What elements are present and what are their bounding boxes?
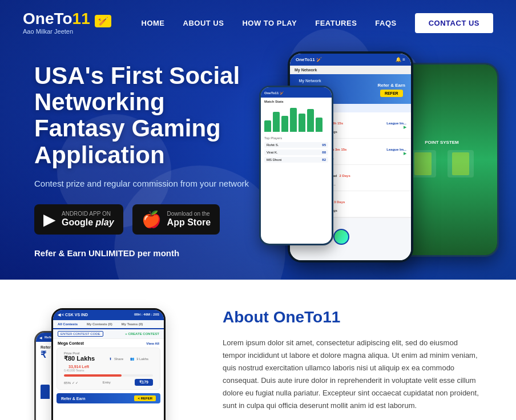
google-play-icon: ▶ — [43, 210, 56, 229]
ap-entry-row: 65% ✓ ✓ Entry ₹179 — [59, 378, 158, 387]
hero-refer-text: Refer & Earn UNLIMITED per month — [34, 248, 251, 258]
phones-area: POINT SYSTEM — [259, 51, 499, 268]
nav-item-contact[interactable]: CONTACT US — [415, 18, 493, 28]
phone-third: OneTo11 🏏 Match Stats Top Players Rohit … — [259, 86, 333, 245]
appstore-top: Download on the — [167, 211, 211, 217]
ap-tab-my[interactable]: My Contests (0) — [82, 320, 117, 328]
nav-links: HOME ABOUT US HOW TO PLAY FEATURES FAQS … — [142, 18, 493, 28]
ap-mega-contest: Mega Contest View All — [53, 339, 164, 348]
logo-text: OneTo11 🏏 Aao Milkar Jeeten — [23, 11, 111, 35]
ap-refer-banner: Refer & Earn < REFER — [57, 393, 160, 403]
bar-chart — [264, 106, 328, 134]
navbar: OneTo11 🏏 Aao Milkar Jeeten HOME ABOUT U… — [0, 0, 516, 46]
apple-icon: 🍎 — [142, 210, 162, 229]
hero-subtitle: Contest prize and regular commission fro… — [34, 179, 251, 188]
appstore-main: App Store — [167, 217, 211, 228]
about-para-1: Lorem ipsum dolor sit amet, consectetur … — [223, 337, 482, 413]
nav-item-how[interactable]: HOW TO PLAY — [242, 18, 297, 28]
my-network-label: My Network — [290, 66, 411, 74]
nav-item-home[interactable]: HOME — [142, 18, 165, 28]
nav-item-faqs[interactable]: FAQS — [375, 18, 396, 28]
google-play-main: Google play — [62, 217, 114, 228]
about-title: About OneTo11 — [223, 308, 482, 326]
about-phone-area: ◀ Refer & Earn Refer & Earn ₹ REFER — [34, 308, 194, 420]
ap-tab-all[interactable]: All Contests — [53, 320, 82, 329]
hero-title: USA's First Social Networking Fantasy Ga… — [34, 63, 251, 168]
ap-tabs: All Contests My Contests (0) My Teams (0… — [53, 320, 164, 329]
logo-icon: 🏏 — [95, 15, 111, 27]
about-section: ◀ Refer & Earn Refer & Earn ₹ REFER — [0, 280, 516, 420]
google-play-button[interactable]: ▶ ANDROID APP ON Google play — [34, 204, 123, 235]
app-store-button[interactable]: 🍎 Download on the App Store — [132, 204, 220, 235]
ap-tab-teams[interactable]: My Teams (0) — [117, 320, 148, 328]
google-play-top: ANDROID APP ON — [62, 211, 114, 217]
logo-tagline: Aao Milkar Jeeten — [23, 28, 111, 35]
logo: OneTo11 🏏 Aao Milkar Jeeten — [23, 11, 111, 35]
about-text: About OneTo11 Lorem ipsum dolor sit amet… — [223, 308, 482, 420]
phone-header: OneTo11 🏏 🔔 ≡ — [290, 54, 411, 66]
contest-card: Prize Pool ₹80 Lakhs ⬆ Share 👥 3 Lakhs 3… — [57, 348, 160, 390]
nav-item-about[interactable]: ABOUT US — [183, 18, 224, 28]
nav-item-features[interactable]: FEATURES — [315, 18, 357, 28]
ap-phone-header: ◀ < CSK VS IND 08H : 46M : 20S — [53, 310, 164, 320]
about-phone-main: ◀ < CSK VS IND 08H : 46M : 20S All Conte… — [51, 308, 166, 420]
store-buttons: ▶ ANDROID APP ON Google play 🍎 Download … — [34, 204, 251, 235]
